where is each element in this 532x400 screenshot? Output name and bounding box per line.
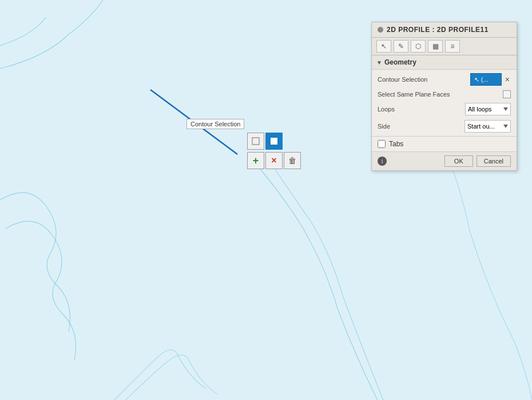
info-icon[interactable]: i xyxy=(378,157,387,166)
loops-row: Loops All loops Single loop Outer loop xyxy=(378,103,511,115)
canvas-action-row: + × 🗑 xyxy=(247,152,301,169)
properties-panel: 2D PROFILE : 2D PROFILE11 ↖ ✎ ⬡ ▦ ≡ ▼ Ge… xyxy=(371,22,517,171)
loops-select[interactable]: All loops Single loop Outer loop xyxy=(465,103,511,115)
table-tool-btn[interactable]: ▦ xyxy=(428,40,443,53)
cancel-button[interactable]: Cancel xyxy=(477,155,511,167)
canvas-empty-shape-btn[interactable] xyxy=(247,133,264,150)
geometry-arrow-icon: ▼ xyxy=(376,59,382,66)
ok-button[interactable]: OK xyxy=(444,155,473,167)
contour-selection-button[interactable]: ↖ (... xyxy=(470,73,502,86)
same-plane-checkbox[interactable] xyxy=(503,90,511,98)
contour-selection-row: Contour Selection ↖ (... × xyxy=(378,73,511,86)
panel-header: 2D PROFILE : 2D PROFILE11 xyxy=(372,22,517,38)
cursor-tool-btn[interactable]: ↖ xyxy=(376,40,391,53)
contour-close-button[interactable]: × xyxy=(504,75,511,84)
loops-label: Loops xyxy=(378,106,395,113)
geometry-section-body: Contour Selection ↖ (... × Select Same P… xyxy=(372,70,517,136)
panel-title: 2D PROFILE : 2D PROFILE11 xyxy=(387,26,489,34)
svg-rect-2 xyxy=(271,138,277,145)
canvas-filled-shape-btn[interactable] xyxy=(265,133,283,150)
svg-rect-1 xyxy=(252,138,259,145)
geometry-section-header[interactable]: ▼ Geometry xyxy=(372,55,517,70)
same-plane-label: Select Same Plane Faces xyxy=(378,91,450,98)
side-label: Side xyxy=(378,123,390,130)
panel-icon-bar: ↖ ✎ ⬡ ▦ ≡ xyxy=(372,38,517,55)
geometry-section-title: Geometry xyxy=(384,58,416,66)
side-row: Side Start ou... Start inside End outsid… xyxy=(378,120,511,133)
canvas-toolbar[interactable]: + × 🗑 xyxy=(247,133,301,169)
panel-footer: i OK Cancel xyxy=(372,151,517,170)
canvas-trash-btn[interactable]: 🗑 xyxy=(284,152,301,169)
side-select[interactable]: Start ou... Start inside End outside End… xyxy=(464,120,511,133)
canvas-shape-row xyxy=(247,133,301,150)
tabs-row: Tabs xyxy=(372,136,517,151)
edit-tool-btn[interactable]: ✎ xyxy=(394,40,408,53)
canvas-remove-btn[interactable]: × xyxy=(265,152,283,169)
tabs-checkbox[interactable] xyxy=(378,140,386,148)
contour-selection-label: Contour Selection xyxy=(378,76,427,83)
contour-selection-controls: ↖ (... × xyxy=(470,73,511,86)
panel-status-dot xyxy=(378,27,383,33)
chart-tool-btn[interactable]: ≡ xyxy=(445,40,460,53)
svg-line-0 xyxy=(150,90,237,154)
canvas-add-btn[interactable]: + xyxy=(247,152,264,169)
same-plane-row: Select Same Plane Faces xyxy=(378,90,511,98)
shape-tool-btn[interactable]: ⬡ xyxy=(411,40,426,53)
tabs-label: Tabs xyxy=(389,140,403,148)
footer-buttons: OK Cancel xyxy=(444,155,511,167)
